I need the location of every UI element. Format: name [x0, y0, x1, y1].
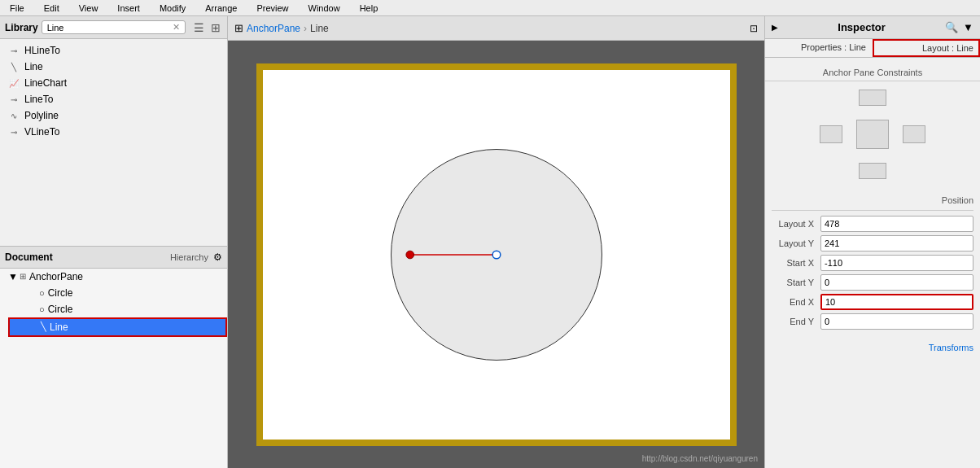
- inspector-tabs: Properties : Line Layout : Line: [765, 39, 980, 58]
- linechart-icon: 📈: [8, 79, 20, 88]
- library-icons: ☰ ⊞: [192, 20, 222, 36]
- menu-window[interactable]: Window: [305, 2, 343, 15]
- linechart-label: LineChart: [24, 77, 67, 89]
- layout-y-label: Layout Y: [772, 238, 820, 248]
- canvas-area: ⊞ AnchorPane › Line ⊡: [228, 16, 764, 468]
- anchorpane-type-icon: ⊞: [20, 272, 26, 281]
- circle2-icon: ○: [39, 304, 45, 314]
- breadcrumb: AnchorPane › Line: [247, 23, 746, 34]
- vlineto-label: VLineTo: [24, 126, 59, 138]
- library-close-icon[interactable]: ✕: [173, 22, 180, 33]
- watermark: http://blog.csdn.net/qiyuanguren: [642, 454, 758, 463]
- polyline-label: Polyline: [24, 110, 59, 121]
- start-x-input[interactable]: [820, 255, 973, 271]
- field-row-start-x: Start X: [772, 255, 973, 271]
- right-panel: ▶ Inspector 🔍 ▼ Properties : Line Layout…: [764, 16, 980, 468]
- menu-edit[interactable]: Edit: [41, 2, 63, 15]
- end-y-label: End Y: [772, 317, 820, 326]
- nav-back-icon[interactable]: ⊞: [234, 22, 243, 34]
- library-header: Library Line ✕ ☰ ⊞: [0, 16, 227, 39]
- library-item-hlineto[interactable]: ⊸ HLineTo: [0, 42, 227, 59]
- start-x-label: Start X: [772, 258, 820, 268]
- document-header: Document Hierarchy ⚙: [0, 246, 227, 269]
- breadcrumb-line: Line: [310, 23, 329, 34]
- left-panel: Library Line ✕ ☰ ⊞ ⊸ HLineTo ╲ Line: [0, 16, 228, 468]
- library-item-vlineto[interactable]: ⊸ VLineTo: [0, 124, 227, 140]
- anchorpane-expand-icon[interactable]: ▼: [8, 271, 16, 282]
- circle1-icon: ○: [39, 288, 45, 298]
- circle2-label: Circle: [48, 304, 73, 315]
- document-title: Document: [5, 251, 53, 263]
- hlineto-label: HLineTo: [24, 45, 60, 56]
- constraint-center: [856, 120, 889, 149]
- constraint-bottom: [859, 163, 886, 179]
- circle1-label: Circle: [48, 287, 73, 299]
- lineto-icon: ⊸: [8, 95, 20, 104]
- breadcrumb-sep: ›: [304, 23, 307, 34]
- transforms-link[interactable]: Transforms: [765, 338, 980, 357]
- inspector-content: Anchor Pane Constraints: [765, 58, 980, 468]
- menu-help[interactable]: Help: [357, 2, 382, 15]
- library-filter-text: Line: [47, 23, 64, 33]
- constraints-title: Anchor Pane Constraints: [765, 63, 980, 81]
- lineto-label: LineTo: [24, 94, 53, 105]
- end-x-input[interactable]: [820, 294, 973, 310]
- library-item-lineto[interactable]: ⊸ LineTo: [0, 91, 227, 107]
- field-row-layout-y: Layout Y: [772, 235, 973, 251]
- inspector-icons: 🔍 ▼: [945, 21, 973, 33]
- layout-x-label: Layout X: [772, 219, 820, 229]
- hierarchy-item-circle2[interactable]: ○ Circle: [8, 301, 227, 317]
- constraint-right: [903, 125, 925, 143]
- start-y-input[interactable]: [820, 274, 973, 291]
- inspector-title: Inspector: [838, 21, 886, 33]
- library-search-tag[interactable]: Line ✕: [42, 20, 186, 34]
- menu-insert[interactable]: Insert: [114, 2, 143, 15]
- inspector-more-icon[interactable]: ▼: [963, 21, 973, 33]
- tab-layout[interactable]: Layout : Line: [873, 39, 980, 57]
- field-row-start-y: Start Y: [772, 274, 973, 291]
- vlineto-icon: ⊸: [8, 128, 20, 137]
- hierarchy-item-circle1[interactable]: ○ Circle: [8, 285, 227, 301]
- field-row-end-x: End X: [772, 294, 973, 310]
- end-x-label: End X: [772, 297, 820, 307]
- end-y-input[interactable]: [820, 313, 973, 330]
- fullscreen-icon[interactable]: ⊡: [750, 23, 758, 34]
- canvas-inner: [228, 41, 764, 468]
- breadcrumb-anchorpane[interactable]: AnchorPane: [247, 23, 300, 34]
- line-label: Line: [24, 61, 43, 72]
- hierarchy-item-line[interactable]: ╲ Line: [8, 317, 227, 337]
- constraints-grid: [820, 90, 925, 179]
- library-list: ⊸ HLineTo ╲ Line 📈 LineChart ⊸ LineTo ∿: [0, 39, 227, 246]
- library-item-linechart[interactable]: 📈 LineChart: [0, 75, 227, 91]
- tab-properties[interactable]: Properties : Line: [765, 39, 873, 57]
- library-list-icon[interactable]: ☰: [192, 20, 206, 36]
- layout-y-input[interactable]: [820, 235, 973, 251]
- hierarchy-list: ▼ ⊞ AnchorPane ○ Circle ○ Circle: [0, 269, 227, 469]
- menu-preview[interactable]: Preview: [253, 2, 291, 15]
- document-options-icon[interactable]: ⚙: [213, 251, 222, 263]
- circle-shape: [391, 149, 602, 361]
- constraint-left: [820, 125, 842, 143]
- menu-modify[interactable]: Modify: [156, 2, 189, 15]
- library-item-line[interactable]: ╲ Line: [0, 59, 227, 75]
- menu-file[interactable]: File: [7, 2, 28, 15]
- hlineto-icon: ⊸: [8, 46, 20, 55]
- inspector-collapse-icon[interactable]: ▶: [772, 23, 778, 32]
- inspector-header: ▶ Inspector 🔍 ▼: [765, 16, 980, 39]
- top-right-icons: ⊡: [750, 23, 758, 34]
- main-area: Library Line ✕ ☰ ⊞ ⊸ HLineTo ╲ Line: [0, 16, 980, 468]
- menu-view[interactable]: View: [76, 2, 102, 15]
- line-h-label: Line: [50, 321, 68, 333]
- library-grid-icon[interactable]: ⊞: [209, 20, 222, 36]
- library-title: Library: [5, 22, 38, 33]
- menu-bar: File Edit View Insert Modify Arrange Pre…: [0, 0, 980, 16]
- library-item-polyline[interactable]: ∿ Polyline: [0, 107, 227, 124]
- hierarchy-item-anchorpane[interactable]: ▼ ⊞ AnchorPane: [0, 269, 227, 285]
- position-title: Position: [772, 192, 973, 211]
- menu-arrange[interactable]: Arrange: [202, 2, 240, 15]
- anchorpane-label: AnchorPane: [29, 271, 83, 282]
- app-container: File Edit View Insert Modify Arrange Pre…: [0, 0, 980, 468]
- inspector-search-icon[interactable]: 🔍: [945, 21, 958, 33]
- layout-x-input[interactable]: [820, 216, 973, 232]
- start-y-label: Start Y: [772, 278, 820, 287]
